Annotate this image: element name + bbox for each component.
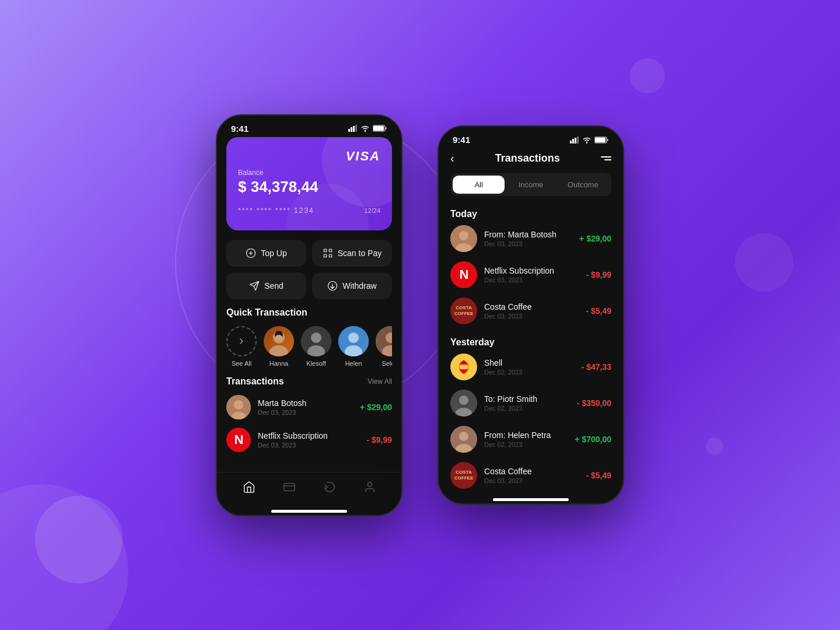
phone2-battery-icon bbox=[594, 136, 609, 144]
netflix-logo-letter: N bbox=[235, 432, 243, 447]
visa-logo: VISA bbox=[238, 149, 380, 164]
helen-portrait bbox=[338, 326, 369, 356]
phone1-status-bar: 9:41 bbox=[217, 116, 401, 137]
helen-label: Helen bbox=[345, 360, 362, 367]
txn2-date-costa2: Dec 03, 2023 bbox=[484, 477, 579, 484]
card-expiry: 12/24 bbox=[364, 207, 380, 214]
svg-rect-37 bbox=[575, 138, 576, 144]
nav-card[interactable] bbox=[283, 481, 296, 494]
txn2-name-piotr: To: Piotr Smith bbox=[484, 394, 570, 404]
withdraw-label: Withdraw bbox=[342, 281, 376, 290]
phone1-main: VISA Balance $ 34,378,44 **** **** **** … bbox=[217, 137, 401, 472]
phone2-signal-icon bbox=[570, 136, 579, 144]
txn2-info-netflix: Netflix Subscription Dec 03, 2023 bbox=[484, 266, 579, 284]
helen-avatar bbox=[338, 326, 369, 356]
tab-all[interactable]: All bbox=[453, 176, 505, 194]
txn-item-marta: Marta Botosh Dec 03, 2023 + $29,00 bbox=[226, 395, 392, 419]
tab-income[interactable]: Income bbox=[505, 176, 556, 194]
scan-to-pay-button[interactable]: Scan to Pay bbox=[312, 240, 392, 267]
hanna-portrait bbox=[264, 326, 294, 356]
txn2-avatar-piotr bbox=[450, 390, 477, 416]
txn2-amount-shell: - $47,33 bbox=[582, 362, 611, 372]
balance-label: Balance bbox=[238, 169, 380, 177]
txn-avatar-netflix: N bbox=[226, 428, 251, 452]
contact-helen[interactable]: Helen bbox=[338, 326, 369, 367]
netflix2-logo-letter: N bbox=[460, 267, 468, 282]
phones-container: 9:41 bbox=[216, 114, 624, 516]
klesoff-label: Klesoff bbox=[306, 360, 326, 367]
txn-date-netflix: Dec 03, 2023 bbox=[258, 442, 359, 449]
bottom-nav bbox=[217, 472, 401, 505]
txn2-name-costa2: Costa Coffee bbox=[484, 467, 579, 476]
txn2-avatar-helen bbox=[450, 426, 477, 453]
nav-profile[interactable] bbox=[363, 481, 376, 494]
txn2-info-piotr: To: Piotr Smith Dec 02, 2023 bbox=[484, 394, 570, 412]
see-all-contact[interactable]: See All bbox=[226, 326, 257, 367]
sele-label: Sele... bbox=[382, 360, 392, 367]
hanna-label: Hanna bbox=[270, 360, 288, 367]
txn2-name-helen: From: Helen Petra bbox=[484, 430, 568, 440]
send-icon bbox=[249, 281, 260, 291]
txn2-name-marta: From: Marta Botosh bbox=[484, 230, 572, 239]
txn2-info-costa2: Costa Coffee Dec 03, 2023 bbox=[484, 467, 579, 484]
svg-rect-32 bbox=[284, 483, 294, 491]
send-button[interactable]: Send bbox=[226, 272, 306, 299]
txn2-amount-marta: + $29,00 bbox=[579, 234, 611, 243]
sele-avatar bbox=[376, 326, 392, 356]
back-button[interactable]: ‹ bbox=[450, 152, 454, 165]
svg-point-19 bbox=[275, 335, 282, 341]
txn2-avatar-costa: COSTA COFFEE bbox=[450, 298, 477, 324]
txn-name-marta: Marta Botosh bbox=[258, 398, 353, 408]
txn2-info-marta: From: Marta Botosh Dec 03, 2023 bbox=[484, 230, 572, 247]
txn2-name-shell: Shell bbox=[484, 358, 575, 368]
contact-klesoff[interactable]: Klesoff bbox=[301, 326, 331, 367]
contact-hanna[interactable]: Hanna bbox=[264, 326, 294, 367]
txn-date-marta: Dec 03, 2023 bbox=[258, 409, 353, 416]
see-all-label: See All bbox=[232, 360, 251, 367]
svg-rect-35 bbox=[570, 141, 572, 144]
page-title: Transactions bbox=[495, 152, 560, 164]
txn2-avatar-costa2: COSTA COFFEE bbox=[450, 462, 477, 489]
txn2-avatar-shell bbox=[450, 354, 477, 380]
contact-sele[interactable]: Sele... bbox=[376, 326, 392, 367]
svg-rect-36 bbox=[572, 139, 574, 144]
download-circle-icon bbox=[327, 281, 338, 291]
svg-rect-1 bbox=[351, 127, 352, 132]
tab-outcome[interactable]: Outcome bbox=[557, 176, 609, 194]
today-transactions: From: Marta Botosh Dec 03, 2023 + $29,00… bbox=[439, 225, 623, 324]
svg-rect-12 bbox=[324, 254, 327, 257]
svg-point-16 bbox=[270, 345, 288, 356]
withdraw-button[interactable]: Withdraw bbox=[312, 272, 392, 299]
svg-point-30 bbox=[234, 400, 243, 410]
send-label: Send bbox=[264, 281, 284, 290]
refresh-icon bbox=[323, 481, 336, 494]
visa-card: VISA Balance $ 34,378,44 **** **** **** … bbox=[226, 137, 392, 230]
txn2-info-costa: Costa Coffee Dec 03, 2023 bbox=[484, 302, 579, 320]
txn2-shell: Shell Dec 02, 2023 - $47,33 bbox=[450, 354, 611, 380]
phone2-header: ‹ Transactions bbox=[439, 148, 623, 173]
phone2-wifi-icon bbox=[582, 136, 592, 144]
shell-logo-svg bbox=[454, 358, 473, 376]
phone-2-inner: 9:41 bbox=[439, 127, 623, 503]
svg-rect-0 bbox=[348, 129, 350, 132]
txn2-amount-costa2: - $5,49 bbox=[586, 471, 611, 480]
txn2-date-helen: Dec 02, 2023 bbox=[484, 441, 568, 448]
filter-icon[interactable] bbox=[601, 156, 611, 160]
home-indicator-2 bbox=[493, 498, 569, 501]
scan-icon bbox=[323, 248, 333, 258]
sele-portrait bbox=[376, 326, 392, 356]
yesterday-label: Yesterday bbox=[439, 334, 623, 354]
txn2-netflix: N Netflix Subscription Dec 03, 2023 - $9… bbox=[450, 261, 611, 288]
nav-transactions[interactable] bbox=[323, 481, 336, 494]
txn-info-marta: Marta Botosh Dec 03, 2023 bbox=[258, 398, 353, 416]
top-up-button[interactable]: Top Up bbox=[226, 240, 306, 267]
txn2-date-netflix: Dec 03, 2023 bbox=[484, 276, 579, 284]
txn2-avatar-marta bbox=[450, 225, 477, 252]
view-all-link[interactable]: View All bbox=[368, 377, 392, 386]
svg-rect-13 bbox=[329, 254, 332, 257]
phone-1: 9:41 bbox=[216, 114, 402, 516]
nav-home[interactable] bbox=[243, 481, 256, 494]
svg-rect-41 bbox=[595, 138, 606, 142]
txn-avatar-marta bbox=[226, 395, 251, 419]
txn2-marta: From: Marta Botosh Dec 03, 2023 + $29,00 bbox=[450, 225, 611, 252]
